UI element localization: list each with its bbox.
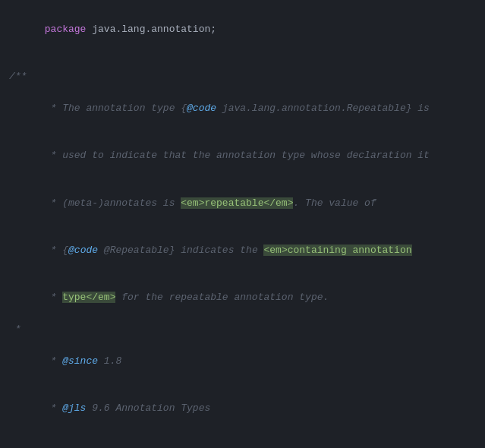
code-line-8: * type</em> for the repeatable annotatio… bbox=[0, 275, 485, 322]
code-line-5: * used to indicate that the annotation t… bbox=[0, 132, 485, 179]
code-line-9: * bbox=[0, 322, 485, 338]
code-line-4: * The annotation type {@code java.lang.a… bbox=[0, 85, 485, 132]
code-line-12: * @jls 9.7 Annotations bbox=[0, 433, 485, 448]
code-line-7: * {@code @Repeatable} indicates the <em>… bbox=[0, 227, 485, 274]
code-line-11: * @jls 9.6 Annotation Types bbox=[0, 385, 485, 432]
code-line-10: * @since 1.8 bbox=[0, 338, 485, 385]
code-line-1: package java.lang.annotation; bbox=[0, 6, 485, 53]
code-line-6: * (meta-)annotates is <em>repeatable</em… bbox=[0, 180, 485, 227]
code-line-3: /** bbox=[0, 69, 485, 85]
code-editor: package java.lang.annotation; /** * The … bbox=[0, 0, 485, 448]
code-line-2 bbox=[0, 53, 485, 69]
